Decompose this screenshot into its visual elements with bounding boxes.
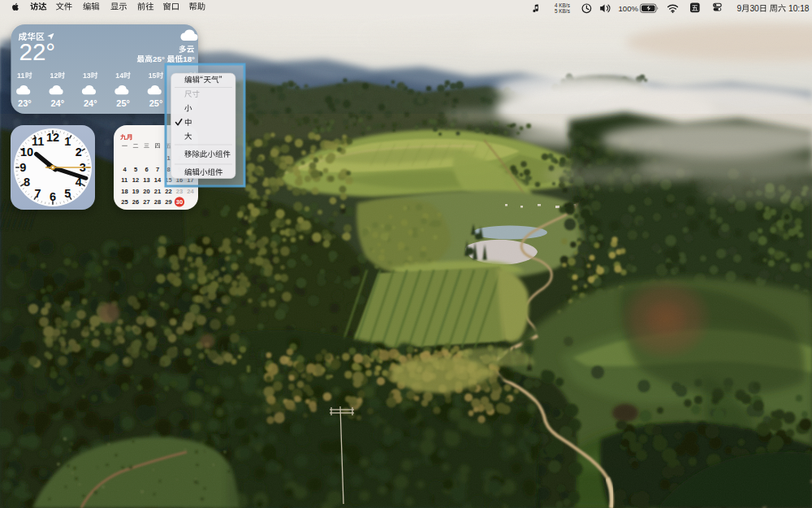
svg-text:30: 30: [176, 198, 183, 206]
svg-text:5: 5: [134, 166, 137, 173]
svg-text:12: 12: [46, 131, 59, 144]
svg-text:13: 13: [83, 72, 91, 80]
svg-text:12: 12: [50, 72, 58, 80]
svg-text:9: 9: [737, 4, 742, 13]
svg-text:14: 14: [115, 72, 123, 80]
svg-text:25°: 25°: [149, 98, 163, 108]
svg-text:29: 29: [165, 198, 171, 206]
svg-text:24°: 24°: [84, 98, 97, 108]
svg-text:25°: 25°: [116, 98, 130, 108]
svg-text:25: 25: [121, 198, 127, 206]
svg-text:4 KB/s: 4 KB/s: [555, 2, 570, 8]
svg-text:5 KB/s: 5 KB/s: [555, 8, 570, 14]
svg-text:14: 14: [154, 176, 162, 184]
svg-text:27: 27: [143, 198, 149, 206]
svg-text:20: 20: [143, 188, 149, 195]
svg-text:26: 26: [132, 198, 139, 206]
svg-text:12: 12: [132, 176, 139, 184]
svg-text:18°: 18°: [183, 54, 195, 63]
svg-text:25°: 25°: [153, 54, 165, 63]
svg-text:7: 7: [35, 187, 41, 200]
svg-text:23: 23: [176, 188, 183, 195]
svg-text:11: 11: [121, 176, 127, 184]
svg-text:24°: 24°: [51, 98, 65, 108]
svg-text:30: 30: [749, 4, 759, 13]
svg-text:22°: 22°: [19, 38, 56, 65]
svg-text:10:18: 10:18: [788, 4, 810, 13]
svg-text:24: 24: [187, 188, 194, 195]
svg-text:1: 1: [64, 135, 71, 148]
svg-text:8: 8: [24, 176, 30, 189]
svg-text:18: 18: [121, 188, 127, 195]
svg-text:22: 22: [165, 188, 171, 195]
svg-text:6: 6: [50, 190, 56, 203]
svg-text:28: 28: [154, 198, 161, 206]
svg-text:100%: 100%: [619, 4, 639, 13]
svg-text:19: 19: [132, 188, 139, 195]
svg-text:21: 21: [154, 188, 161, 195]
svg-text:2: 2: [76, 145, 82, 158]
svg-text:23°: 23°: [18, 98, 32, 108]
svg-text:7: 7: [156, 166, 159, 173]
svg-text:9: 9: [19, 161, 26, 174]
svg-text:15: 15: [149, 72, 157, 80]
svg-text:11: 11: [17, 72, 24, 80]
svg-text:11: 11: [32, 135, 44, 148]
svg-text:13: 13: [143, 176, 149, 184]
svg-text:5: 5: [64, 187, 71, 200]
svg-text:6: 6: [145, 166, 148, 173]
